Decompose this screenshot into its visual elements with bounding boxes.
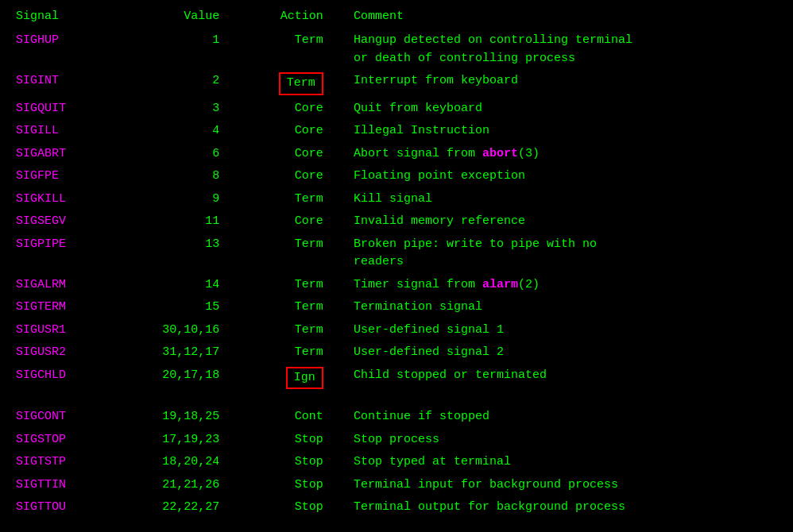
signal-name: SIGUSR1 [10,319,117,342]
signal-action: Term [235,70,347,98]
table-row: SIGSEGV11CoreInvalid memory reference [10,210,783,233]
comment-cell: Hangup detected on controlling terminalo… [347,29,783,70]
comment-cell: Stop typed at terminal [347,451,783,474]
table-row: SIGFPE8CoreFloating point exception [10,165,783,188]
signal-action: Term [235,274,347,297]
signal-value: 18,20,24 [117,451,236,474]
signal-action: Stop [235,429,347,452]
signal-name: SIGQUIT [10,98,117,121]
signal-action: Stop [235,451,347,474]
signal-action: Term [235,29,347,70]
table-row: SIGCONT19,18,25ContContinue if stopped [10,406,783,429]
comment-cell: Illegal Instruction [347,120,783,143]
table-row: SIGUSR130,10,16TermUser-defined signal 1 [10,319,783,342]
comment-cell: User-defined signal 2 [347,341,783,364]
signal-name: SIGABRT [10,143,117,166]
table-row: SIGSTOP17,19,23StopStop process [10,429,783,452]
signal-action: Term [235,188,347,211]
comment-cell: Stop process [347,429,783,452]
table-row: SIGINT2TermInterrupt from keyboard [10,70,783,98]
signal-name: SIGHUP [10,29,117,70]
comment-cell: Terminal input for background process [347,474,783,497]
table-row: SIGHUP1TermHangup detected on controllin… [10,29,783,70]
signal-value: 3 [117,98,236,121]
signal-name: SIGALRM [10,274,117,297]
comment-cell: Timer signal from alarm(2) [347,274,783,297]
signal-action: Stop [235,474,347,497]
signal-value: 22,22,27 [117,496,236,519]
signal-action: Term [235,296,347,319]
signal-value: 1 [117,29,236,70]
table-row: SIGCHLD20,17,18IgnChild stopped or termi… [10,364,783,392]
table-row: SIGKILL9TermKill signal [10,188,783,211]
signal-value: 14 [117,274,236,297]
table-row: SIGTERM15TermTermination signal [10,296,783,319]
comment-cell: Broken pipe: write to pipe with noreader… [347,233,783,274]
header-signal: Signal [10,6,117,29]
signal-action: Cont [235,406,347,429]
signal-name: SIGSTOP [10,429,117,452]
signal-name: SIGCHLD [10,364,117,392]
signal-name: SIGILL [10,120,117,143]
signal-value: 9 [117,188,236,211]
signal-action: Core [235,165,347,188]
comment-cell: Termination signal [347,296,783,319]
signal-action: Stop [235,496,347,519]
table-row: SIGILL4CoreIllegal Instruction [10,120,783,143]
spacer-row [10,391,783,406]
signal-name: SIGKILL [10,188,117,211]
comment-cell: Abort signal from abort(3) [347,143,783,166]
table-row: SIGQUIT3CoreQuit from keyboard [10,98,783,121]
signal-action: Core [235,98,347,121]
signal-name: SIGTTIN [10,474,117,497]
comment-cell: Invalid memory reference [347,210,783,233]
comment-cell: Child stopped or terminated [347,364,783,392]
table-row: SIGABRT6CoreAbort signal from abort(3) [10,143,783,166]
signal-value: 15 [117,296,236,319]
signal-value: 17,19,23 [117,429,236,452]
signal-value: 11 [117,210,236,233]
signal-action: Core [235,210,347,233]
table-row: SIGPIPE13TermBroken pipe: write to pipe … [10,233,783,274]
signal-name: SIGINT [10,70,117,98]
signal-name: SIGFPE [10,165,117,188]
signal-value: 20,17,18 [117,364,236,392]
comment-cell: Continue if stopped [347,406,783,429]
table-row: SIGALRM14TermTimer signal from alarm(2) [10,274,783,297]
comment-cell: User-defined signal 1 [347,319,783,342]
signal-name: SIGUSR2 [10,341,117,364]
comment-cell: Floating point exception [347,165,783,188]
signal-name: SIGTSTP [10,451,117,474]
header-action: Action [235,6,347,29]
signal-name: SIGSEGV [10,210,117,233]
header-comment: Comment [347,6,783,29]
signal-value: 4 [117,120,236,143]
signal-action: Term [235,319,347,342]
signal-value: 30,10,16 [117,319,236,342]
signal-action: Core [235,143,347,166]
signal-action: Term [235,233,347,274]
table-row: SIGTTOU22,22,27StopTerminal output for b… [10,496,783,519]
comment-cell: Interrupt from keyboard [347,70,783,98]
comment-cell: Kill signal [347,188,783,211]
signal-name: SIGPIPE [10,233,117,274]
table-row: SIGUSR231,12,17TermUser-defined signal 2 [10,341,783,364]
signal-value: 31,12,17 [117,341,236,364]
signal-value: 19,18,25 [117,406,236,429]
table-row: SIGTSTP18,20,24StopStop typed at termina… [10,451,783,474]
signal-value: 6 [117,143,236,166]
signal-name: SIGCONT [10,406,117,429]
table-row: SIGTTIN21,21,26StopTerminal input for ba… [10,474,783,497]
signal-value: 13 [117,233,236,274]
signal-name: SIGTTOU [10,496,117,519]
signal-action: Term [235,341,347,364]
signal-value: 2 [117,70,236,98]
signal-action: Core [235,120,347,143]
signal-value: 8 [117,165,236,188]
comment-cell: Quit from keyboard [347,98,783,121]
signal-action: Ign [235,364,347,392]
signal-value: 21,21,26 [117,474,236,497]
comment-cell: Terminal output for background process [347,496,783,519]
signal-name: SIGTERM [10,296,117,319]
header-value: Value [117,6,236,29]
